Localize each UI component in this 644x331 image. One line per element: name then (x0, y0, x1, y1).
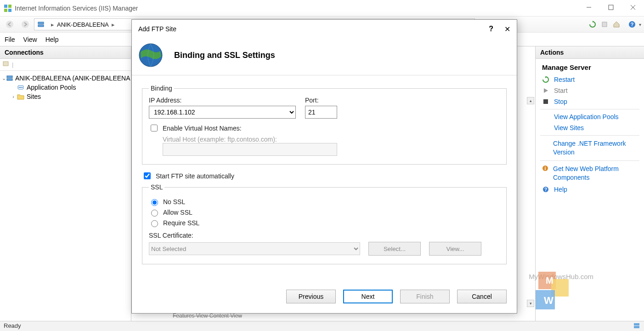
svg-point-20 (20, 87, 22, 88)
menu-view[interactable]: View (23, 36, 37, 43)
server-icon (37, 21, 45, 28)
action-change-net[interactable]: Change .NET Framework Version (536, 137, 644, 159)
next-button[interactable]: Next (343, 290, 393, 303)
action-restart[interactable]: Restart (536, 74, 644, 85)
svg-point-19 (19, 87, 20, 88)
tree-sites[interactable]: › Sites (10, 92, 129, 101)
start-automatically-checkbox[interactable] (144, 172, 151, 179)
no-ssl-radio[interactable] (151, 199, 158, 206)
nav-forward-button[interactable] (18, 17, 32, 31)
window-title: Internet Information Services (IIS) Mana… (15, 5, 138, 12)
tree-root-label: ANIK-DEBALEENA (ANIK-DEBALEENA (15, 74, 130, 82)
globe-icon (138, 43, 163, 68)
help-icon[interactable]: ? (627, 19, 637, 29)
scroll-up-icon[interactable]: ▴ (527, 97, 534, 104)
menu-file[interactable]: File (5, 36, 15, 43)
dialog-close-button[interactable]: ✕ (504, 25, 510, 34)
tree-app-pools[interactable]: Application Pools (10, 83, 129, 92)
iis-app-icon (4, 4, 12, 12)
dialog-heading: Binding and SSL Settings (174, 51, 275, 60)
info-icon: i (542, 165, 548, 172)
connections-pane: Connections | ⌄ ANIK-DEBALEENA (ANIK-DEB… (0, 46, 131, 321)
start-automatically-label: Start FTP site automatically (156, 172, 234, 180)
port-label: Port: (305, 97, 337, 104)
actions-heading: Manage Server (536, 62, 644, 74)
menu-help[interactable]: Help (45, 36, 59, 43)
svg-rect-1 (8, 5, 11, 8)
collapse-icon[interactable]: ⌄ (2, 75, 6, 81)
window-close-button[interactable] (622, 0, 644, 15)
svg-text:?: ? (631, 22, 634, 27)
action-view-app-pools[interactable]: View Application Pools (536, 111, 644, 122)
cancel-button[interactable]: Cancel (457, 290, 507, 303)
ssl-group: SSL No SSL Allow SSL Require SSL SSL Cer… (142, 183, 507, 264)
svg-rect-11 (38, 25, 44, 27)
ssl-view-button: View... (429, 242, 481, 256)
help-icon: ? (542, 186, 549, 193)
ip-address-select[interactable]: 192.168.1.102 (149, 106, 296, 119)
status-text: Ready (4, 322, 21, 329)
svg-rect-27 (634, 323, 639, 325)
svg-rect-5 (609, 5, 613, 10)
svg-text:?: ? (544, 187, 547, 192)
expand-icon[interactable]: › (10, 94, 17, 99)
window-minimize-button[interactable] (578, 0, 600, 15)
svg-text:i: i (545, 166, 546, 171)
breadcrumb-arrow-icon: ▸ (51, 21, 54, 28)
svg-point-21 (22, 87, 23, 88)
ssl-certificate-label: SSL Certificate: (149, 232, 500, 239)
action-stop[interactable]: Stop (536, 96, 644, 107)
binding-group: Binding IP Address: 192.168.1.102 Port: … (142, 85, 507, 165)
scroll-down-icon[interactable]: ▾ (527, 300, 534, 307)
ssl-legend: SSL (149, 183, 164, 191)
nav-back-button[interactable] (3, 17, 17, 31)
svg-rect-15 (3, 62, 8, 66)
server-icon (6, 74, 13, 82)
action-view-sites[interactable]: View Sites (536, 122, 644, 133)
title-bar: Internet Information Services (IIS) Mana… (0, 0, 644, 16)
action-get-webpi[interactable]: i Get New Web Platform Components (536, 163, 644, 184)
connection-tree: ⌄ ANIK-DEBALEENA (ANIK-DEBALEENA Applica… (0, 71, 131, 104)
actions-pane: Actions Manage Server Restart Start Stop… (536, 46, 644, 321)
svg-rect-3 (8, 9, 11, 12)
ssl-select-button: Select... (368, 242, 421, 256)
tree-root-node[interactable]: ⌄ ANIK-DEBALEENA (ANIK-DEBALEENA (2, 74, 129, 83)
svg-rect-12 (602, 22, 607, 27)
home-icon[interactable] (611, 19, 621, 29)
no-ssl-label: No SSL (163, 198, 185, 205)
enable-virtual-host-checkbox[interactable] (151, 125, 158, 131)
binding-legend: Binding (149, 85, 174, 92)
ip-address-label: IP Address: (149, 97, 296, 104)
previous-button[interactable]: Previous (286, 290, 336, 303)
port-input[interactable] (305, 106, 337, 119)
action-start: Start (536, 85, 644, 96)
allow-ssl-label: Allow SSL (163, 209, 192, 216)
svg-rect-22 (543, 99, 548, 104)
stop-icon (542, 98, 549, 105)
breadcrumb-node[interactable]: ANIK-DEBALEENA (57, 21, 109, 28)
view-tabs: Features View Content View (173, 313, 242, 319)
status-bar: Ready (0, 321, 644, 331)
action-help[interactable]: ? Help (536, 184, 644, 195)
dialog-help-button[interactable]: ? (489, 25, 493, 33)
allow-ssl-radio[interactable] (151, 210, 158, 217)
svg-rect-10 (38, 22, 44, 24)
require-ssl-radio[interactable] (151, 220, 158, 227)
dialog-title: Add FTP Site (138, 25, 176, 33)
add-ftp-site-dialog: Add FTP Site ? ✕ Binding and SSL Setting… (131, 19, 517, 314)
finish-button: Finish (400, 290, 450, 303)
virtual-host-label: Virtual Host (example: ftp.contoso.com): (163, 136, 500, 143)
actions-header: Actions (536, 46, 644, 59)
enable-virtual-host-label: Enable Virtual Host Names: (163, 125, 242, 132)
virtual-host-input (163, 143, 337, 156)
connect-icon[interactable] (3, 61, 10, 68)
restart-icon (542, 76, 549, 83)
window-maximize-button[interactable] (600, 0, 622, 15)
refresh-icon[interactable] (588, 19, 598, 29)
connections-toolbar: | (0, 59, 131, 71)
tree-sites-label: Sites (27, 93, 41, 100)
connections-header: Connections (0, 46, 131, 59)
stop-icon[interactable] (599, 19, 610, 29)
require-ssl-label: Require SSL (163, 219, 199, 227)
svg-point-8 (6, 21, 13, 28)
